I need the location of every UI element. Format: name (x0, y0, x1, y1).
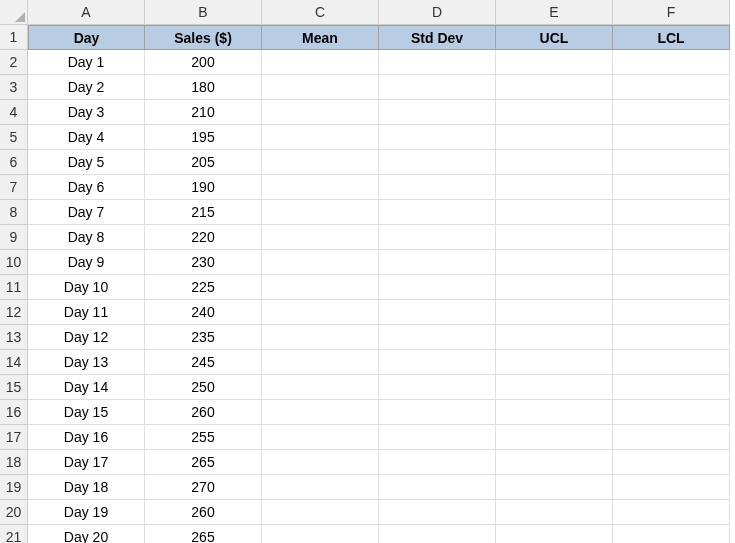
cell-C7[interactable] (262, 175, 379, 200)
cell-D5[interactable] (379, 125, 496, 150)
cell-B19[interactable]: 270 (145, 475, 262, 500)
cell-B1[interactable]: Sales ($) (145, 25, 262, 50)
row-header-1[interactable]: 1 (0, 25, 28, 50)
cell-B18[interactable]: 265 (145, 450, 262, 475)
cell-D17[interactable] (379, 425, 496, 450)
cell-B17[interactable]: 255 (145, 425, 262, 450)
cell-B5[interactable]: 195 (145, 125, 262, 150)
row-header-5[interactable]: 5 (0, 125, 28, 150)
cell-F21[interactable] (613, 525, 730, 543)
cell-E6[interactable] (496, 150, 613, 175)
cell-F6[interactable] (613, 150, 730, 175)
cell-A7[interactable]: Day 6 (28, 175, 145, 200)
cell-A21[interactable]: Day 20 (28, 525, 145, 543)
cell-A16[interactable]: Day 15 (28, 400, 145, 425)
cell-E7[interactable] (496, 175, 613, 200)
row-header-4[interactable]: 4 (0, 100, 28, 125)
cell-B3[interactable]: 180 (145, 75, 262, 100)
cell-D3[interactable] (379, 75, 496, 100)
cell-F17[interactable] (613, 425, 730, 450)
row-header-21[interactable]: 21 (0, 525, 28, 543)
row-header-6[interactable]: 6 (0, 150, 28, 175)
col-header-C[interactable]: C (262, 0, 379, 25)
row-header-11[interactable]: 11 (0, 275, 28, 300)
cell-E15[interactable] (496, 375, 613, 400)
cell-D6[interactable] (379, 150, 496, 175)
cell-B8[interactable]: 215 (145, 200, 262, 225)
cell-E14[interactable] (496, 350, 613, 375)
row-header-15[interactable]: 15 (0, 375, 28, 400)
cell-D1[interactable]: Std Dev (379, 25, 496, 50)
row-header-13[interactable]: 13 (0, 325, 28, 350)
cell-E4[interactable] (496, 100, 613, 125)
cell-B20[interactable]: 260 (145, 500, 262, 525)
row-header-18[interactable]: 18 (0, 450, 28, 475)
row-header-19[interactable]: 19 (0, 475, 28, 500)
cell-C18[interactable] (262, 450, 379, 475)
cell-E16[interactable] (496, 400, 613, 425)
cell-F8[interactable] (613, 200, 730, 225)
row-header-3[interactable]: 3 (0, 75, 28, 100)
cell-C13[interactable] (262, 325, 379, 350)
cell-F20[interactable] (613, 500, 730, 525)
cell-F7[interactable] (613, 175, 730, 200)
cell-C6[interactable] (262, 150, 379, 175)
cell-F14[interactable] (613, 350, 730, 375)
cell-B9[interactable]: 220 (145, 225, 262, 250)
cell-A12[interactable]: Day 11 (28, 300, 145, 325)
cell-F11[interactable] (613, 275, 730, 300)
cell-F10[interactable] (613, 250, 730, 275)
cell-B13[interactable]: 235 (145, 325, 262, 350)
cell-E19[interactable] (496, 475, 613, 500)
cell-D15[interactable] (379, 375, 496, 400)
cell-B12[interactable]: 240 (145, 300, 262, 325)
cell-F13[interactable] (613, 325, 730, 350)
cell-A10[interactable]: Day 9 (28, 250, 145, 275)
cell-A19[interactable]: Day 18 (28, 475, 145, 500)
cell-D9[interactable] (379, 225, 496, 250)
cell-A5[interactable]: Day 4 (28, 125, 145, 150)
cell-C21[interactable] (262, 525, 379, 543)
col-header-F[interactable]: F (613, 0, 730, 25)
row-header-17[interactable]: 17 (0, 425, 28, 450)
col-header-B[interactable]: B (145, 0, 262, 25)
cell-F12[interactable] (613, 300, 730, 325)
cell-A14[interactable]: Day 13 (28, 350, 145, 375)
cell-F3[interactable] (613, 75, 730, 100)
cell-E9[interactable] (496, 225, 613, 250)
cell-E20[interactable] (496, 500, 613, 525)
cell-B7[interactable]: 190 (145, 175, 262, 200)
col-header-A[interactable]: A (28, 0, 145, 25)
cell-C10[interactable] (262, 250, 379, 275)
cell-E2[interactable] (496, 50, 613, 75)
cell-E5[interactable] (496, 125, 613, 150)
cell-D12[interactable] (379, 300, 496, 325)
cell-C8[interactable] (262, 200, 379, 225)
cell-B14[interactable]: 245 (145, 350, 262, 375)
cell-B2[interactable]: 200 (145, 50, 262, 75)
col-header-D[interactable]: D (379, 0, 496, 25)
cell-D13[interactable] (379, 325, 496, 350)
row-header-8[interactable]: 8 (0, 200, 28, 225)
cell-C4[interactable] (262, 100, 379, 125)
cell-E13[interactable] (496, 325, 613, 350)
cell-C11[interactable] (262, 275, 379, 300)
row-header-7[interactable]: 7 (0, 175, 28, 200)
cell-B21[interactable]: 265 (145, 525, 262, 543)
cell-E10[interactable] (496, 250, 613, 275)
cell-C17[interactable] (262, 425, 379, 450)
cell-C9[interactable] (262, 225, 379, 250)
cell-A20[interactable]: Day 19 (28, 500, 145, 525)
cell-D18[interactable] (379, 450, 496, 475)
cell-E12[interactable] (496, 300, 613, 325)
cell-B16[interactable]: 260 (145, 400, 262, 425)
cell-F19[interactable] (613, 475, 730, 500)
cell-D4[interactable] (379, 100, 496, 125)
cell-D21[interactable] (379, 525, 496, 543)
cell-D14[interactable] (379, 350, 496, 375)
cell-F5[interactable] (613, 125, 730, 150)
cell-E1[interactable]: UCL (496, 25, 613, 50)
cell-D2[interactable] (379, 50, 496, 75)
cell-A1[interactable]: Day (28, 25, 145, 50)
cell-A17[interactable]: Day 16 (28, 425, 145, 450)
